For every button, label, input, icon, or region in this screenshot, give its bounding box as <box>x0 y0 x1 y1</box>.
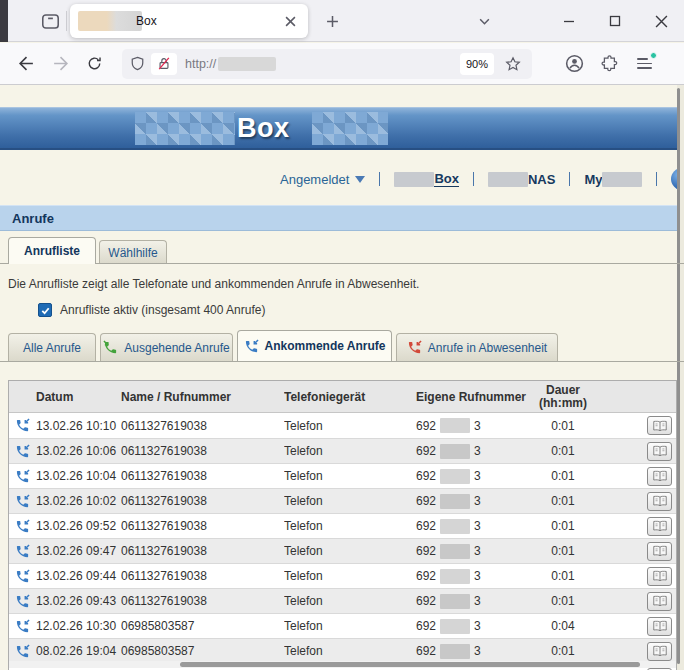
redacted-own-number <box>440 494 470 509</box>
add-to-phonebook-button[interactable] <box>647 517 672 536</box>
add-to-phonebook-button[interactable] <box>647 467 672 486</box>
call-duration: 0:01 <box>528 494 598 508</box>
caller-number: 0611327619038 <box>121 419 284 433</box>
phonebook-icon <box>652 420 668 432</box>
telephony-device: Telefon <box>284 544 416 558</box>
zoom-level-chip[interactable]: 90% <box>460 53 494 75</box>
nav-item-myfritz[interactable]: My <box>584 172 642 187</box>
incoming-call-icon <box>15 444 30 459</box>
nav-divider <box>656 172 657 186</box>
plus-icon <box>326 15 339 28</box>
connection-security-chip[interactable] <box>151 53 177 75</box>
call-date: 13.02.26 09:44 <box>36 569 121 583</box>
vertical-scrollbar-thumb[interactable] <box>677 88 680 664</box>
add-to-phonebook-button[interactable] <box>647 567 672 586</box>
redacted-own-number <box>440 544 470 559</box>
logged-in-menu[interactable]: Angemeldet <box>280 172 365 187</box>
shield-icon[interactable] <box>130 56 145 71</box>
call-duration: 0:01 <box>528 469 598 483</box>
incoming-call-icon <box>15 569 30 584</box>
header-dauer: Dauer (hh:mm) <box>528 384 598 410</box>
reload-icon <box>87 56 102 71</box>
filter-tab-ausgehende-anrufe[interactable]: Ausgehende Anrufe <box>100 333 233 361</box>
tab-title: Box <box>136 14 280 28</box>
header-telefoniegeraet: Telefoniegerät <box>284 390 416 404</box>
redacted-own-number <box>440 619 470 634</box>
checkbox-checked[interactable] <box>38 303 52 317</box>
call-date: 13.02.26 10:02 <box>36 494 121 508</box>
call-date: 13.02.26 09:43 <box>36 594 121 608</box>
add-to-phonebook-button[interactable] <box>647 642 672 661</box>
minimize-button[interactable] <box>546 0 592 42</box>
tab-list-button[interactable] <box>472 9 496 33</box>
add-to-phonebook-button[interactable] <box>647 542 672 561</box>
browser-window: Box <box>0 0 684 670</box>
incoming-call-icon <box>15 544 30 559</box>
nav-item-box[interactable]: Box <box>394 171 459 187</box>
extensions-button[interactable] <box>594 49 624 79</box>
close-icon <box>285 16 296 27</box>
phonebook-icon <box>652 520 668 532</box>
telephony-device: Telefon <box>284 444 416 458</box>
close-window-button[interactable] <box>638 0 684 42</box>
filter-tab-anrufe-in-abwesenheit[interactable]: Anrufe in Abwesenheit <box>396 333 558 361</box>
filter-tab-ankommende-anrufe[interactable]: Ankommende Anrufe <box>237 330 392 361</box>
header-name-rufnummer: Name / Rufnummer <box>121 390 284 404</box>
caller-number: 06985803587 <box>121 644 284 658</box>
reload-button[interactable] <box>80 50 108 78</box>
incoming-call-icon <box>15 418 30 433</box>
telephony-device: Telefon <box>284 494 416 508</box>
minimize-icon <box>563 15 575 27</box>
section-header: Anrufe <box>0 205 677 231</box>
incoming-call-icon <box>15 469 30 484</box>
horizontal-scrollbar-thumb[interactable] <box>180 662 640 667</box>
call-row: 12.02.26 10:30 06985803587 Telefon 692 3… <box>9 613 676 638</box>
account-button[interactable] <box>559 49 589 79</box>
incoming-call-icon <box>15 494 30 509</box>
filter-tab-alle-anrufe[interactable]: Alle Anrufe <box>8 333 96 361</box>
tab-anrufliste[interactable]: Anrufliste <box>8 237 96 264</box>
call-date: 13.02.26 10:06 <box>36 444 121 458</box>
redacted-nav-prefix <box>488 172 528 187</box>
add-to-phonebook-button[interactable] <box>647 617 672 636</box>
redacted-tab-title <box>78 11 142 31</box>
browser-tab[interactable]: Box <box>70 4 308 38</box>
add-to-phonebook-button[interactable] <box>647 442 672 461</box>
call-row: 08.02.26 19:04 06985803587 Telefon 692 3… <box>9 638 676 663</box>
header-eigene-rufnummer: Eigene Rufnummer <box>416 390 528 404</box>
section-title: Anrufe <box>12 211 54 226</box>
new-tab-button[interactable] <box>320 9 344 33</box>
add-to-phonebook-button[interactable] <box>647 592 672 611</box>
call-row: 13.02.26 10:10 0611327619038 Telefon 692… <box>9 413 676 438</box>
phonebook-icon <box>652 570 668 582</box>
brand-banner: Box <box>0 107 677 150</box>
forward-button[interactable] <box>46 50 74 78</box>
nav-item-nas[interactable]: NAS <box>488 172 555 187</box>
back-button[interactable] <box>12 50 40 78</box>
incoming-call-icon <box>15 619 30 634</box>
tab-close-button[interactable] <box>280 11 300 31</box>
maximize-button[interactable] <box>592 0 638 42</box>
url-bar[interactable]: http:// 90% <box>122 49 532 79</box>
phonebook-icon <box>652 445 668 457</box>
firefox-view-button[interactable] <box>38 9 62 33</box>
page-viewport: Box Angemeldet Box NAS My <box>0 85 677 670</box>
incoming-call-icon <box>15 644 30 659</box>
menu-button[interactable] <box>629 49 659 79</box>
call-date: 13.02.26 10:04 <box>36 469 121 483</box>
vertical-scrollbar[interactable] <box>677 85 684 670</box>
own-number: 692 3 <box>416 494 528 509</box>
call-duration: 0:01 <box>528 594 598 608</box>
add-to-phonebook-button[interactable] <box>647 492 672 511</box>
calllist-active-checkbox-row[interactable]: Anrufliste aktiv (insgesamt 400 Anrufe) <box>30 303 265 317</box>
bookmark-button[interactable] <box>502 53 524 75</box>
add-to-phonebook-button[interactable] <box>647 416 672 435</box>
outgoing-call-icon <box>103 340 118 355</box>
tab-waehlhilfe[interactable]: Wählhilfe <box>99 240 167 264</box>
checkbox-label: Anrufliste aktiv (insgesamt 400 Anrufe) <box>60 303 265 317</box>
incoming-call-icon <box>244 339 259 354</box>
call-duration: 0:01 <box>528 444 598 458</box>
call-row: 13.02.26 09:43 0611327619038 Telefon 692… <box>9 588 676 613</box>
redacted-own-number <box>440 594 470 609</box>
horizontal-scrollbar[interactable] <box>9 661 676 668</box>
